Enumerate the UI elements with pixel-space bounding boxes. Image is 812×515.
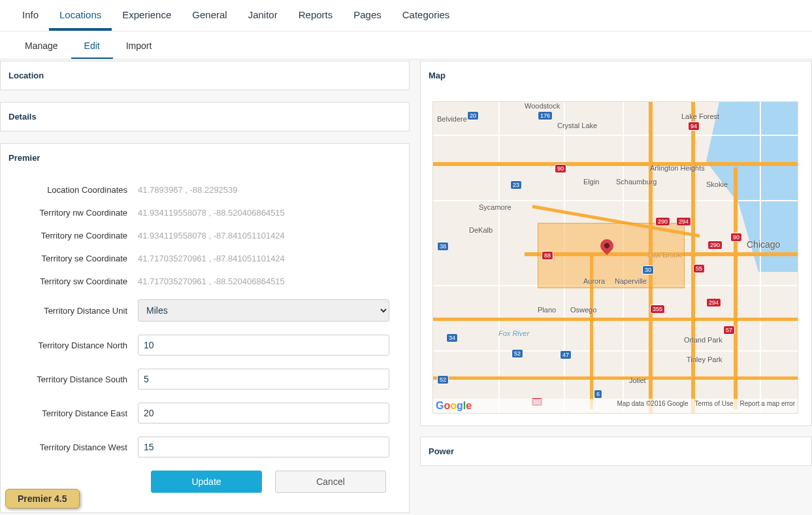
shield-23: 23 [510, 180, 522, 190]
input-distance-east[interactable] [138, 403, 389, 424]
city-tinley-park: Tinley Park [687, 356, 723, 363]
tab-categories[interactable]: Categories [392, 0, 461, 31]
shield-38: 38 [437, 242, 449, 251]
shield-294b: 294 [706, 298, 721, 307]
subtab-manage[interactable]: Manage [12, 31, 71, 59]
value-sw-coord: 41.717035270961 , -88.520406864515 [138, 276, 389, 286]
shield-52: 52 [512, 349, 523, 358]
shield-355: 355 [650, 305, 665, 314]
tab-experience[interactable]: Experience [112, 0, 182, 31]
version-badge: Premier 4.5 [5, 489, 80, 508]
label-distance-east: Territory Distance East [20, 408, 138, 418]
city-orland-park: Orland Park [684, 336, 723, 344]
panel-location: Location [0, 61, 410, 90]
value-se-coord: 41.717035270961 , -87.841051101424 [138, 254, 389, 263]
label-ne-coord: Territory ne Coordinate [20, 231, 138, 241]
value-ne-coord: 41.934119558078 , -87.841051101424 [138, 231, 389, 241]
panel-premier-header[interactable]: Premier [1, 144, 409, 172]
sub-tabs: Manage Edit Import [0, 31, 812, 59]
label-nw-coord: Territory nw Coordinate [20, 208, 138, 218]
city-aurora: Aurora [583, 277, 605, 285]
panel-premier: Premier Location Coordinates 41.7893967 … [0, 143, 410, 513]
input-distance-north[interactable] [138, 335, 389, 356]
shield-290b: 290 [707, 241, 723, 250]
map-footer: Google Map data ©2016 Google Terms of Us… [433, 399, 798, 413]
tab-reports[interactable]: Reports [288, 0, 344, 31]
city-oswego: Oswego [570, 306, 596, 314]
label-fox-river: Fox River [498, 329, 529, 337]
city-dekalb: DeKalb [469, 226, 493, 234]
tab-pages[interactable]: Pages [343, 0, 392, 31]
shield-6: 6 [594, 390, 602, 399]
shield-55: 55 [693, 264, 705, 273]
tab-janitor[interactable]: Janitor [238, 0, 288, 31]
shield-30: 30 [642, 265, 654, 274]
google-logo: Google [436, 400, 472, 412]
map-terms-link[interactable]: Terms of Use [695, 400, 734, 412]
shield-88: 88 [542, 251, 553, 260]
cancel-button[interactable]: Cancel [275, 471, 386, 493]
tab-info[interactable]: Info [12, 0, 49, 31]
tab-locations[interactable]: Locations [49, 0, 112, 31]
shield-34: 34 [446, 333, 458, 342]
panel-power: Power [420, 437, 812, 466]
panel-power-header[interactable]: Power [421, 437, 811, 465]
shield-20: 20 [467, 111, 479, 120]
panel-location-header[interactable]: Location [1, 61, 409, 90]
subtab-edit[interactable]: Edit [71, 31, 113, 59]
city-naperville: Naperville [615, 277, 647, 285]
panel-details-header[interactable]: Details [1, 103, 409, 131]
select-distance-unit[interactable]: Miles [138, 299, 389, 322]
shield-47: 47 [560, 350, 572, 359]
input-distance-west[interactable] [138, 437, 389, 457]
shield-176: 176 [538, 111, 553, 120]
subtab-import[interactable]: Import [113, 31, 165, 59]
city-skokie: Skokie [706, 180, 728, 188]
label-location-coords: Location Coordinates [20, 185, 138, 195]
city-chicago: Chicago [747, 239, 780, 250]
value-nw-coord: 41.934119558078 , -88.520406864515 [138, 208, 389, 218]
shield-294: 294 [676, 217, 691, 226]
city-belvidere: Belvidere [437, 115, 467, 123]
city-schaumburg: Schaumburg [616, 178, 657, 186]
city-sycamore: Sycamore [479, 203, 512, 211]
label-distance-north: Territory Distance North [20, 341, 138, 350]
shield-90: 90 [555, 164, 566, 173]
city-oak-brook: Oak Brook [647, 251, 681, 259]
update-button[interactable]: Update [151, 471, 262, 493]
shield-57: 57 [723, 325, 735, 335]
city-joliet: Joliet [629, 376, 646, 384]
label-se-coord: Territory se Coordinate [20, 254, 138, 263]
city-elgin: Elgin [583, 178, 599, 186]
tab-general[interactable]: General [182, 0, 237, 31]
panel-map-header[interactable]: Map [421, 61, 811, 90]
city-lake-forest: Lake Forest [681, 112, 719, 120]
city-woodstock: Woodstock [525, 102, 560, 110]
shield-94: 94 [688, 122, 700, 131]
city-plano: Plano [538, 306, 556, 314]
label-sw-coord: Territory sw Coordinate [20, 276, 138, 286]
panel-map: Map Woodstock Belvidere Lake Forest Crys… [420, 61, 812, 426]
shield-52b: 52 [437, 375, 449, 384]
value-location-coords: 41.7893967 , -88.2292539 [138, 185, 389, 195]
shield-90b: 90 [730, 233, 742, 242]
map-report-link[interactable]: Report a map error [740, 400, 795, 412]
map-data-text: Map data ©2016 Google [617, 400, 688, 412]
label-distance-south: Territory Distance South [20, 374, 138, 384]
label-distance-west: Territory Distance West [20, 442, 138, 452]
top-nav: Info Locations Experience General Janito… [0, 0, 812, 31]
shield-290: 290 [655, 217, 670, 226]
input-distance-south[interactable] [138, 369, 389, 390]
city-arlington: Arlington Heights [650, 164, 705, 172]
map-canvas[interactable]: Woodstock Belvidere Lake Forest Crystal … [432, 101, 798, 414]
label-distance-unit: Territory Distance Unit [20, 306, 138, 316]
city-crystal-lake: Crystal Lake [557, 122, 597, 129]
panel-details: Details [0, 102, 410, 131]
